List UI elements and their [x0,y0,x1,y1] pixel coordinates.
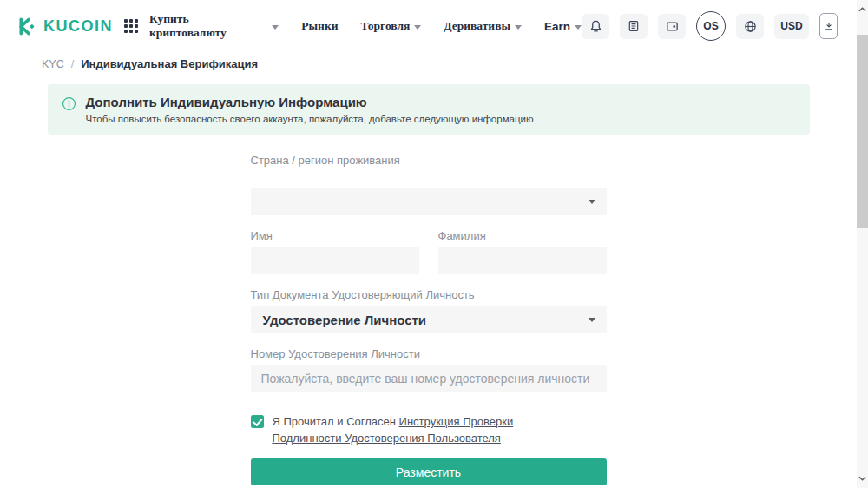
last-name-input[interactable] [438,247,607,274]
assets-button[interactable] [658,14,686,39]
id-number-label: Номер Удостоверения Личности [251,347,607,360]
doc-type-label: Тип Документа Удостоверяющий Личность [251,288,607,301]
top-navigation-bar: KUCOIN Купить криптовалюту Рынки Торговл… [0,0,857,52]
download-app-button[interactable] [819,13,838,39]
globe-icon [743,19,758,34]
document-icon [627,19,641,33]
chevron-down-icon [414,25,421,30]
breadcrumb-kyc-link[interactable]: KYC [42,58,64,70]
first-name-label: Имя [251,229,419,242]
chevron-down-icon [589,200,595,204]
country-select[interactable] [251,188,607,215]
first-name-input[interactable] [251,247,419,274]
download-icon [825,22,833,31]
scroll-down-arrow-icon[interactable] [857,472,868,485]
doc-type-select-value: Удостоверение Личности [263,313,427,327]
kucoin-logo[interactable]: KUCOIN [16,16,113,37]
chevron-down-icon [589,318,595,322]
submit-button[interactable]: Разместить [251,458,607,485]
doc-type-select[interactable]: Удостоверение Личности [251,306,607,333]
wallet-icon [665,19,680,34]
last-name-label: Фамилия [438,229,607,242]
nav-markets[interactable]: Рынки [301,19,338,33]
nav-derivatives[interactable]: Деривативы [444,19,522,33]
page-title: Индивидуальная Верификация [81,57,258,70]
main-nav: Купить криптовалюту Рынки Торговля Дерив… [149,12,582,40]
info-banner: Дополнить Индивидуальную Информацию Чтоб… [48,84,810,135]
bell-icon [589,19,603,34]
agreement-text: Я Прочитал и Согласен Инструкция Проверк… [273,413,572,446]
breadcrumb: KYC / Индивидуальная Верификация [42,57,857,70]
notifications-button[interactable] [582,14,609,39]
agreement-row: Я Прочитал и Согласен Инструкция Проверк… [251,413,607,446]
chevron-down-icon [272,25,279,30]
nav-trade[interactable]: Торговля [360,19,421,33]
chevron-down-icon [515,25,522,30]
country-label: Страна / регион проживания [251,154,607,167]
nav-buy-crypto[interactable]: Купить криптовалюту [149,12,279,40]
orders-button[interactable] [620,14,648,39]
avatar-initials: OS [703,20,718,32]
kucoin-logo-icon [16,16,37,37]
scrollbar-thumb[interactable] [857,35,868,228]
agreement-checkbox[interactable] [251,415,264,428]
id-number-input[interactable] [251,365,607,392]
kyc-form: Страна / регион проживания Имя Фамилия Т… [251,154,607,485]
chevron-down-icon [575,25,582,30]
scroll-up-arrow-icon[interactable] [857,3,868,16]
page-scrollbar[interactable] [857,0,868,488]
info-icon [62,96,76,111]
account-avatar[interactable]: OS [696,11,726,41]
apps-grid-icon[interactable] [124,19,138,33]
breadcrumb-separator: / [71,58,74,70]
nav-earn[interactable]: Earn [544,20,582,33]
kucoin-logo-text: KUCOIN [43,17,113,36]
currency-button[interactable]: USD [774,14,809,39]
banner-title: Дополнить Индивидуальную Информацию [86,95,534,109]
language-button[interactable] [736,14,764,39]
banner-subtitle: Чтобы повысить безопасность своего аккау… [86,114,534,124]
